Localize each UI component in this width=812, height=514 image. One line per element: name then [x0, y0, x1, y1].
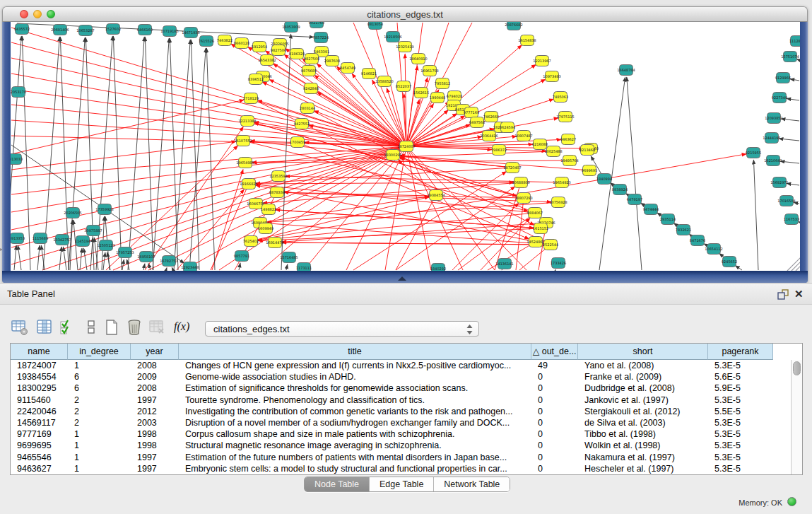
memory-status-indicator[interactable]: [787, 497, 796, 506]
cell-short[interactable]: Dudbridge et al. (2008): [578, 382, 708, 394]
cell-pagerank[interactable]: 5.3E-5: [708, 463, 773, 474]
cell-title[interactable]: Investigating the contribution of common…: [179, 406, 531, 417]
cell-name[interactable]: 14569117: [11, 417, 68, 428]
cell-year[interactable]: 1998: [131, 440, 179, 451]
column-header-pagerank[interactable]: pagerank: [708, 344, 773, 360]
select-columns-button[interactable]: [59, 319, 76, 336]
column-header-short[interactable]: short: [578, 344, 708, 360]
float-panel-icon[interactable]: [777, 289, 789, 300]
cell-indegree[interactable]: 2: [68, 417, 131, 428]
tab-node-table[interactable]: Node Table: [305, 477, 370, 491]
table-row[interactable]: 911546021997Tourette syndrome. Phenomeno…: [11, 395, 791, 406]
table-row[interactable]: 969969511998Structural magnetic resonanc…: [11, 440, 791, 451]
scrollbar-thumb[interactable]: [793, 361, 801, 375]
cell-year[interactable]: 1997: [131, 395, 179, 406]
cell-pagerank[interactable]: 5.3E-5: [708, 452, 773, 463]
cell-outde[interactable]: 0: [531, 452, 578, 463]
cell-title[interactable]: Estimation of the future numbers of pati…: [179, 452, 531, 463]
cell-year[interactable]: 1997: [131, 463, 179, 474]
cell-name[interactable]: 9115460: [11, 395, 68, 406]
cell-indegree[interactable]: 1: [68, 440, 131, 451]
tab-network-table[interactable]: Network Table: [434, 477, 510, 491]
cell-outde[interactable]: 0: [531, 463, 578, 474]
close-panel-icon[interactable]: ✕: [794, 288, 804, 300]
cell-title[interactable]: Disruption of a novel member of a sodium…: [179, 417, 531, 428]
column-header-title[interactable]: title: [179, 344, 531, 360]
table-row[interactable]: 1830029562008Estimation of significance …: [11, 382, 791, 394]
delete-column-button[interactable]: [126, 319, 143, 336]
network-graph[interactable]: 1872400718300295943557220691406106532871…: [11, 22, 800, 271]
cell-title[interactable]: Corpus callosum shape and size in male p…: [179, 428, 531, 440]
cell-indegree[interactable]: 6: [68, 371, 131, 382]
function-builder-button[interactable]: f(x): [174, 320, 189, 333]
cell-short[interactable]: Yano et al. (2008): [578, 360, 708, 371]
table-select-dropdown[interactable]: citations_edges.txt: [205, 321, 479, 337]
cell-name[interactable]: 18724007: [11, 360, 68, 371]
column-header-outde[interactable]: △ out_de...: [531, 344, 578, 360]
cell-pagerank[interactable]: 5.3E-5: [708, 360, 773, 371]
cell-outde[interactable]: 49: [531, 360, 578, 371]
cell-pagerank[interactable]: 5.3E-5: [708, 440, 773, 451]
cell-year[interactable]: 2008: [131, 382, 179, 394]
cell-short[interactable]: Franke et al. (2009): [578, 371, 708, 382]
new-column-button[interactable]: [103, 319, 120, 336]
column-header-name[interactable]: name: [11, 344, 68, 360]
cell-title[interactable]: Changes of HCN gene expression and I(f) …: [179, 360, 531, 371]
cell-indegree[interactable]: 1: [68, 452, 131, 463]
cell-outde[interactable]: 0: [531, 395, 578, 406]
cell-year[interactable]: 1997: [131, 452, 179, 463]
cell-pagerank[interactable]: 5.5E-5: [708, 406, 773, 417]
cell-short[interactable]: Hescheler et al. (1997): [578, 463, 708, 474]
cell-pagerank[interactable]: 5.6E-5: [708, 371, 773, 382]
tab-edge-table[interactable]: Edge Table: [370, 477, 434, 491]
cell-indegree[interactable]: 6: [68, 382, 131, 394]
column-header-indegree[interactable]: in_degree: [68, 344, 131, 360]
cell-pagerank[interactable]: 5.3E-5: [708, 395, 773, 406]
table-row[interactable]: 2242004622012Investigating the contribut…: [11, 406, 791, 417]
cell-pagerank[interactable]: 5.9E-5: [708, 382, 773, 394]
cell-short[interactable]: Stergiakouli et al. (2012): [578, 406, 708, 417]
cell-year[interactable]: 1998: [131, 428, 179, 440]
cell-name[interactable]: 22420046: [11, 406, 68, 417]
table-mode-button[interactable]: [11, 319, 28, 336]
row-options-button[interactable]: [83, 319, 100, 336]
cell-outde[interactable]: 0: [531, 440, 578, 451]
cell-outde[interactable]: 0: [531, 428, 578, 440]
cell-pagerank[interactable]: 5.3E-5: [708, 417, 773, 428]
cell-outde[interactable]: 0: [531, 417, 578, 428]
cell-outde[interactable]: 0: [531, 406, 578, 417]
cell-indegree[interactable]: 1: [68, 428, 131, 440]
cell-indegree[interactable]: 2: [68, 406, 131, 417]
cell-indegree[interactable]: 2: [68, 395, 131, 406]
column-header-year[interactable]: year: [131, 344, 179, 360]
cell-name[interactable]: 18300295: [11, 382, 68, 394]
splitter-handle[interactable]: [398, 276, 406, 281]
cell-title[interactable]: Genome-wide association studies in ADHD.: [179, 371, 531, 382]
cell-short[interactable]: Jankovic et al. (1997): [578, 395, 708, 406]
cell-title[interactable]: Tourette syndrome. Phenomenology and cla…: [179, 395, 531, 406]
cell-name[interactable]: 9465546: [11, 452, 68, 463]
cell-name[interactable]: 9463627: [11, 463, 68, 474]
cell-year[interactable]: 2008: [131, 360, 179, 371]
cell-outde[interactable]: 0: [531, 371, 578, 382]
table-row[interactable]: 1938455462009Genome-wide association stu…: [11, 371, 791, 382]
cell-name[interactable]: 9777169: [11, 428, 68, 440]
window-titlebar[interactable]: citations_edges.txt: [2, 6, 808, 22]
cell-pagerank[interactable]: 5.3E-5: [708, 428, 773, 440]
cell-year[interactable]: 2009: [131, 371, 179, 382]
network-canvas[interactable]: 1872400718300295943557220691406106532871…: [11, 22, 800, 271]
cell-year[interactable]: 2012: [131, 406, 179, 417]
cell-outde[interactable]: 0: [531, 382, 578, 394]
delete-table-button[interactable]: [148, 319, 165, 336]
cell-title[interactable]: Estimation of significance thresholds fo…: [179, 382, 531, 394]
cell-short[interactable]: Nakamura et al. (1997): [578, 452, 708, 463]
cell-name[interactable]: 9699695: [11, 440, 68, 451]
cell-indegree[interactable]: 1: [68, 463, 131, 474]
table-row[interactable]: 977716911998Corpus callosum shape and si…: [11, 428, 791, 440]
vertical-scrollbar[interactable]: [791, 360, 802, 474]
table-row[interactable]: 1872400712008Changes of HCN gene express…: [11, 360, 791, 371]
cell-short[interactable]: Wolkin et al. (1998): [578, 440, 708, 451]
show-columns-button[interactable]: [36, 319, 53, 336]
cell-name[interactable]: 19384554: [11, 371, 68, 382]
table-row[interactable]: 946554611997Estimation of the future num…: [11, 452, 791, 463]
